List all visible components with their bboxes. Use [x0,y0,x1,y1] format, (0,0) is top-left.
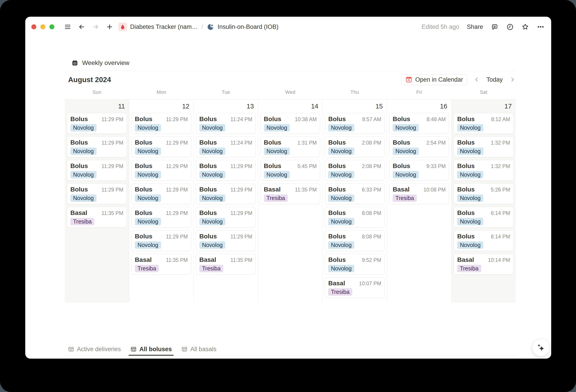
event-title: Basal [199,256,216,263]
event-card[interactable]: Bolus11:29 PMNovolog [131,207,191,228]
event-card[interactable]: Bolus8:08 PMNovolog [325,207,384,228]
history-clock-icon[interactable] [506,23,514,31]
insulin-tag: Novolog [264,124,290,131]
insulin-tag: Novolog [199,171,226,179]
insulin-tag: Tresiba [70,218,94,225]
event-card[interactable]: Basal11:35 PMTresiba [260,183,320,204]
event-title: Bolus [457,233,475,240]
tab-label: All boluses [139,346,172,353]
event-title: Basal [264,186,281,193]
event-card[interactable]: Bolus8:48 AMNovolog [389,113,449,134]
calendar-grid: 11Bolus11:29 PMNovologBolus11:29 PMNovol… [65,99,516,302]
event-card[interactable]: Bolus11:29 PMNovolog [67,160,127,181]
insulin-tag: Tresiba [199,265,223,272]
tab-active-deliveries[interactable]: Active deliveries [66,343,123,356]
event-card[interactable]: Bolus1:31 PMNovolog [260,136,320,157]
day-column-12[interactable]: 12Bolus11:29 PMNovologBolus11:29 PMNovol… [129,99,194,302]
event-card[interactable]: Bolus1:32 PMNovolog [454,136,514,157]
event-card[interactable]: Bolus6:14 PMNovolog [454,207,514,228]
event-card[interactable]: Bolus6:14 PMNovolog [454,230,514,251]
event-card[interactable]: Bolus5:26 PMNovolog [454,183,514,204]
event-card[interactable]: Bolus11:29 PMNovolog [196,160,256,181]
forward-button[interactable] [92,23,99,31]
new-page-button[interactable] [106,23,114,31]
insulin-tag: Novolog [264,148,290,155]
back-button[interactable] [78,23,86,31]
event-title: Bolus [264,139,282,146]
chevron-right-icon[interactable] [509,76,516,83]
event-title: Bolus [135,233,152,240]
hamburger-menu-icon[interactable] [64,23,71,31]
event-card[interactable]: Bolus11:29 PMNovolog [67,136,127,157]
event-card[interactable]: Bolus5:45 PMNovolog [260,160,320,181]
event-card[interactable]: Bolus11:29 PMNovolog [196,230,256,251]
chevron-left-icon[interactable] [473,76,480,83]
event-card[interactable]: Basal11:35 PMTresiba [196,254,256,274]
event-card[interactable]: Bolus11:29 PMNovolog [196,183,256,204]
event-list: Bolus8:12 AMNovologBolus1:32 PMNovologBo… [452,113,516,274]
day-column-16[interactable]: 16Bolus8:48 AMNovologBolus2:54 PMNovolog… [387,99,451,302]
event-card[interactable]: Basal11:35 PMTresiba [67,207,127,228]
ai-assistant-button[interactable] [532,339,550,356]
tab-all-basals[interactable]: All basals [179,343,218,356]
minimize-window-button[interactable] [40,24,45,29]
event-card[interactable]: Bolus2:54 PMNovolog [389,136,449,157]
event-title: Bolus [264,116,282,123]
more-options-icon[interactable] [537,23,545,31]
event-card[interactable]: Basal10:14 PMTresiba [454,254,514,274]
event-card[interactable]: Bolus11:29 PMNovolog [131,160,191,181]
event-card[interactable]: Basal10:07 PMTresiba [325,277,384,298]
share-button[interactable]: Share [467,24,483,30]
event-card[interactable]: Bolus11:24 PMNovolog [196,113,256,134]
event-time: 1:31 PM [297,140,317,146]
insulin-tag: Novolog [457,241,483,249]
event-card[interactable]: Bolus9:33 PMNovolog [389,160,449,181]
event-card[interactable]: Basal10:08 PMTresiba [389,183,449,204]
red-calendar-icon: 21 [405,76,412,83]
day-header-mon: Mon [129,89,194,95]
event-card[interactable]: Bolus9:52 PMNovolog [325,254,384,274]
today-button[interactable]: Today [487,76,503,83]
event-card[interactable]: Bolus8:12 AMNovolog [454,113,514,134]
day-column-13[interactable]: 13Bolus11:24 PMNovologBolus11:24 PMNovol… [194,99,258,302]
event-card[interactable]: Bolus11:29 PMNovolog [131,136,191,157]
event-time: 8:08 PM [362,210,381,216]
comments-icon[interactable] [491,23,498,31]
day-column-11[interactable]: 11Bolus11:29 PMNovologBolus11:29 PMNovol… [65,99,129,302]
event-time: 8:57 AM [362,116,381,122]
event-time: 6:33 PM [362,187,381,193]
calendar-icon [71,59,79,67]
favorite-star-icon[interactable] [521,23,529,31]
event-card[interactable]: Bolus6:33 PMNovolog [325,183,384,204]
event-card[interactable]: Bolus10:38 AMNovolog [260,113,320,134]
event-time: 11:29 PM [101,187,123,193]
event-card[interactable]: Basal11:35 PMTresiba [131,254,191,274]
event-card[interactable]: Bolus11:29 PMNovolog [67,113,127,134]
day-column-15[interactable]: 15Bolus8:57 AMNovologBolus2:08 PMNovolog… [322,99,387,302]
event-card[interactable]: Bolus11:29 PMNovolog [131,183,191,204]
event-list: Bolus10:38 AMNovologBolus1:31 PMNovologB… [258,113,322,204]
event-card[interactable]: Bolus8:08 PMNovolog [325,230,384,251]
event-card[interactable]: Bolus11:29 PMNovolog [196,207,256,228]
zoom-window-button[interactable] [49,24,54,29]
day-column-17[interactable]: 17Bolus8:12 AMNovologBolus1:32 PMNovolog… [451,99,516,302]
tab-all-boluses[interactable]: All boluses [129,343,174,356]
date-number: 14 [311,103,318,110]
event-card[interactable]: Bolus2:08 PMNovolog [325,136,384,157]
event-card[interactable]: Bolus11:29 PMNovolog [67,183,127,204]
event-card[interactable]: Bolus2:08 PMNovolog [325,160,384,181]
event-time: 8:08 PM [362,234,381,240]
event-card[interactable]: Bolus11:24 PMNovolog [196,136,256,157]
event-card[interactable]: Bolus11:29 PMNovolog [131,113,191,134]
close-window-button[interactable] [31,24,36,29]
open-in-calendar-button[interactable]: 21 Open in Calendar [402,74,467,85]
event-card[interactable]: Bolus1:32 PMNovolog [454,160,514,181]
breadcrumb-current[interactable]: Insulin-on-Board (IOB) [218,24,279,30]
breadcrumb-parent[interactable]: Diabetes Tracker (nam… [130,24,198,30]
event-card[interactable]: Bolus11:29 PMNovolog [131,230,191,251]
day-column-14[interactable]: 14Bolus10:38 AMNovologBolus1:31 PMNovolo… [258,99,322,302]
event-card[interactable]: Bolus8:57 AMNovolog [325,113,384,134]
insulin-tag: Novolog [135,241,161,249]
view-title[interactable]: Weekly overview [82,59,129,66]
day-header-sat: Sat [451,89,516,95]
